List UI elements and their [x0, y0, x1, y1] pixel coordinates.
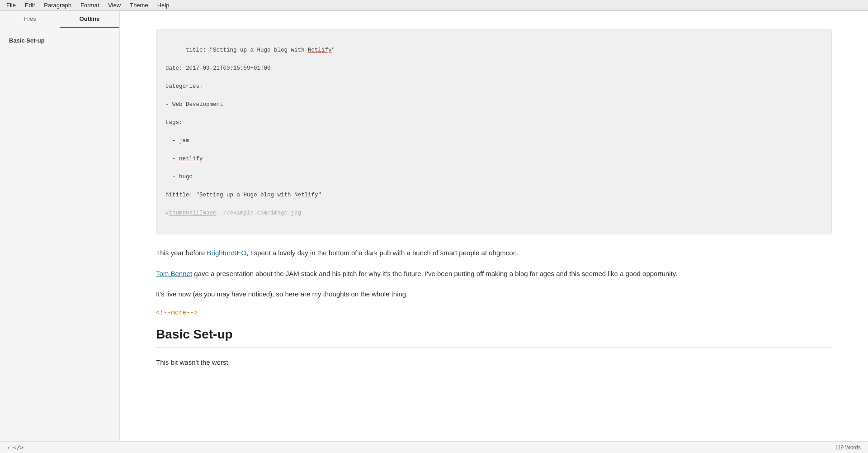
link-ohgmcon[interactable]: ohgmcon	[489, 249, 517, 257]
paragraph-2: Tom Bennet gave a presentation about the…	[156, 268, 832, 280]
menubar: File Edit Paragraph Format View Theme He…	[0, 0, 868, 11]
menu-file[interactable]: File	[2, 1, 20, 10]
para2-text: gave a presentation about the JAM stack …	[192, 270, 677, 277]
menu-format[interactable]: Format	[76, 1, 104, 10]
outline-item-basic-setup[interactable]: Basic Set-up	[9, 35, 110, 46]
sidebar-tabs: Files Outline	[0, 11, 119, 28]
sidebar: Files Outline Basic Set-up	[0, 11, 120, 441]
statusbar-left: ‹ </>	[7, 444, 24, 451]
main-layout: Files Outline Basic Set-up title: "Setti…	[0, 11, 868, 441]
menu-theme[interactable]: Theme	[125, 1, 152, 10]
more-tag: <!--more-->	[156, 309, 832, 316]
source-toggle-button[interactable]: </>	[13, 444, 24, 451]
tab-files[interactable]: Files	[0, 11, 60, 28]
editor-area[interactable]: title: "Setting up a Hugo blog with Netl…	[120, 11, 868, 441]
paragraph-3: It's live now (as you may have noticed),…	[156, 288, 832, 300]
para3-text: It's live now (as you may have noticed),…	[156, 290, 408, 298]
menu-edit[interactable]: Edit	[20, 1, 39, 10]
last-paragraph: This bit wasn't the worst.	[156, 357, 832, 368]
para1-text-end: .	[517, 249, 519, 257]
link-brightonseo[interactable]: BrightonSEO	[207, 249, 247, 257]
para1-text-before: This year before	[156, 249, 207, 257]
statusbar: ‹ </> 119 Words	[0, 441, 868, 453]
sidebar-content: Basic Set-up	[0, 28, 119, 53]
menu-view[interactable]: View	[104, 1, 125, 10]
tab-outline[interactable]: Outline	[60, 11, 119, 28]
menu-help[interactable]: Help	[153, 1, 174, 10]
menu-paragraph[interactable]: Paragraph	[39, 1, 76, 10]
content-heading: Basic Set-up	[156, 327, 832, 348]
para1-text-mid: , I spent a lovely day in the bottom of …	[246, 249, 489, 257]
link-tom-bennet[interactable]: Tom Bennet	[156, 270, 192, 277]
paragraph-1: This year before BrightonSEO, I spent a …	[156, 247, 832, 259]
word-count: 119 Words	[835, 444, 861, 451]
navigate-back-button[interactable]: ‹	[7, 444, 9, 451]
frontmatter-code-block: title: "Setting up a Hugo blog with Netl…	[156, 29, 832, 234]
